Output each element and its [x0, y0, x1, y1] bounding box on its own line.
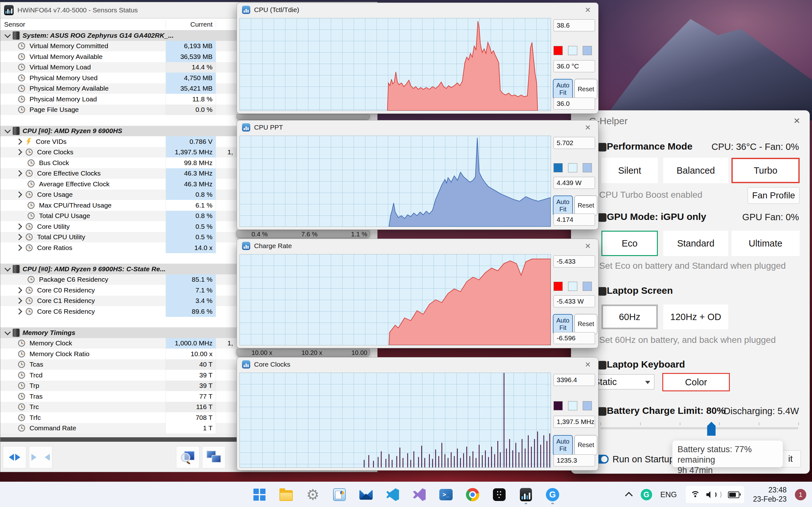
- chevron-down-icon[interactable]: [4, 32, 11, 38]
- taskbar-icon-chrome[interactable]: [465, 485, 480, 505]
- collapse-columns-button[interactable]: [29, 446, 52, 468]
- autofit-button[interactable]: Auto Fit: [553, 435, 573, 455]
- battery-limit-heading: Battery Charge Limit: 80%: [607, 405, 725, 416]
- perf-balanced-button[interactable]: Balanced: [663, 158, 728, 183]
- taskbar-icon-visual-studio[interactable]: [412, 485, 427, 505]
- hidden-graph-window-statusbar[interactable]: 10.00 x10.20 x10.00: [237, 349, 369, 356]
- background-color-swatch[interactable]: [568, 46, 577, 55]
- background-color-swatch[interactable]: [568, 163, 577, 172]
- expander-icon[interactable]: [16, 138, 22, 145]
- taskbar-icon-vscode[interactable]: [385, 485, 400, 505]
- taskbar-icon-system-monitor[interactable]: [332, 485, 347, 505]
- horizontal-splitter[interactable]: [0, 437, 237, 442]
- grid-color-swatch[interactable]: [583, 163, 592, 172]
- expander-icon[interactable]: [16, 308, 22, 315]
- clock[interactable]: 23:48 23-Feb-23: [753, 486, 786, 504]
- taskbar-icon-settings[interactable]: ⚙: [305, 485, 320, 505]
- expand-columns-button[interactable]: [3, 446, 26, 468]
- taskbar-icon-start[interactable]: [252, 485, 267, 505]
- expander-icon[interactable]: [16, 170, 22, 176]
- gpu-ultimate-button[interactable]: Ultimate: [731, 231, 800, 256]
- autofit-button[interactable]: Auto Fit: [553, 79, 573, 99]
- close-icon[interactable]: ×: [582, 241, 593, 250]
- reset-button[interactable]: Reset: [574, 79, 597, 99]
- notification-badge[interactable]: 1: [795, 489, 806, 500]
- statusbar-value: 0.4 %: [252, 231, 268, 238]
- battery-limit-slider-handle[interactable]: [707, 422, 716, 436]
- screen-120hz-button[interactable]: 120Hz + OD: [663, 304, 728, 329]
- gpu-fan-readout: GPU Fan: 0%: [742, 212, 799, 222]
- group-header-label: CPU [#0]: AMD Ryzen 9 6900HS: C-State Re…: [22, 265, 165, 273]
- graph-titlebar[interactable]: Core Clocks×: [237, 357, 598, 372]
- perf-silent-button[interactable]: Silent: [601, 158, 658, 183]
- sensor-label: Core C1 Residency: [37, 297, 95, 304]
- chevron-down-icon[interactable]: [4, 265, 11, 272]
- reset-button[interactable]: Reset: [574, 435, 597, 455]
- series-color-swatch[interactable]: [554, 46, 563, 55]
- graph-plot-area: [240, 373, 551, 468]
- taskbar-icon-ghelper[interactable]: G: [545, 485, 560, 505]
- graph-titlebar[interactable]: CPU PPT×: [237, 120, 598, 134]
- keyboard-color-button[interactable]: Color: [662, 373, 730, 391]
- series-color-swatch[interactable]: [554, 401, 563, 410]
- keyboard-mode-dropdown[interactable]: Static: [590, 374, 654, 389]
- column-header-sensor[interactable]: Sensor: [0, 20, 166, 28]
- taskbar-icon-hwinfo[interactable]: [518, 485, 534, 505]
- language-indicator[interactable]: ENG: [660, 490, 677, 499]
- gpu-standard-button[interactable]: Standard: [663, 231, 728, 256]
- expander-icon[interactable]: [16, 234, 22, 240]
- sensor-value: 39 T: [166, 381, 216, 391]
- system-summary-button[interactable]: [176, 446, 200, 468]
- taskbar-icon-powershell[interactable]: >_: [438, 485, 454, 505]
- hidden-graph-window-statusbar[interactable]: 0.4 %7.6 %1.1 %: [237, 230, 369, 238]
- graph-titlebar[interactable]: CPU (Tctl/Tdie)×: [237, 3, 598, 17]
- expander-icon[interactable]: [16, 245, 22, 251]
- battery-limit-slider-track[interactable]: [600, 427, 798, 429]
- screen-60hz-button[interactable]: 60Hz: [601, 304, 658, 329]
- chrome-icon: [466, 488, 479, 501]
- expander-icon[interactable]: [16, 223, 22, 230]
- close-icon[interactable]: ×: [582, 360, 593, 369]
- sensor-value: 0.0 %: [166, 105, 216, 115]
- graph-plot-area: [240, 254, 551, 345]
- column-header-current[interactable]: Current: [166, 20, 216, 28]
- background-color-swatch[interactable]: [568, 282, 577, 291]
- sensor-value: 40 T: [166, 359, 216, 370]
- taskbar-icon-mail[interactable]: [358, 485, 374, 505]
- gpu-eco-button[interactable]: Eco: [601, 231, 658, 256]
- hidden-graph-window-statusbar[interactable]: [237, 114, 369, 120]
- remote-monitoring-button[interactable]: [202, 446, 225, 468]
- taskbar-icon-explorer[interactable]: [278, 485, 294, 505]
- close-icon[interactable]: ×: [794, 114, 800, 127]
- grid-color-swatch[interactable]: [583, 282, 592, 291]
- chevron-down-icon[interactable]: [4, 127, 11, 133]
- grammarly-tray-icon[interactable]: G: [641, 489, 652, 500]
- quick-settings-group[interactable]: [685, 486, 745, 504]
- expander-icon[interactable]: [16, 297, 22, 304]
- expander-icon[interactable]: [16, 149, 22, 155]
- reset-button[interactable]: Reset: [574, 314, 597, 334]
- chevron-down-icon[interactable]: [4, 329, 11, 335]
- sensor-value: 6,193 MB: [166, 41, 216, 52]
- sensor-label: Package C6 Residency: [39, 276, 108, 283]
- taskbar-icon-dark-terminal[interactable]: [492, 485, 507, 505]
- grid-color-swatch[interactable]: [583, 401, 592, 410]
- close-icon[interactable]: ×: [582, 5, 593, 14]
- settings-icon: ⚙: [306, 487, 319, 502]
- series-color-swatch[interactable]: [554, 282, 563, 291]
- background-color-swatch[interactable]: [568, 401, 577, 410]
- autofit-button[interactable]: Auto Fit: [553, 314, 573, 334]
- ghelper-window: G-Helper × Performance Mode CPU: 36°C - …: [571, 110, 810, 474]
- expander-icon[interactable]: [16, 287, 22, 293]
- close-icon[interactable]: ×: [582, 123, 593, 132]
- graph-titlebar[interactable]: Charge Rate×: [237, 239, 598, 253]
- grid-color-swatch[interactable]: [583, 46, 592, 55]
- screen-auto-note: Set 60Hz on battery, and back when plugg…: [599, 335, 776, 345]
- fan-profile-button[interactable]: Fan Profile: [748, 187, 800, 204]
- series-color-swatch[interactable]: [554, 163, 563, 172]
- perf-turbo-button[interactable]: Turbo: [731, 158, 800, 183]
- autofit-button[interactable]: Auto Fit: [553, 195, 573, 216]
- reset-button[interactable]: Reset: [574, 195, 597, 216]
- expander-icon[interactable]: [16, 191, 22, 198]
- tray-overflow-chevron-icon[interactable]: [625, 492, 633, 499]
